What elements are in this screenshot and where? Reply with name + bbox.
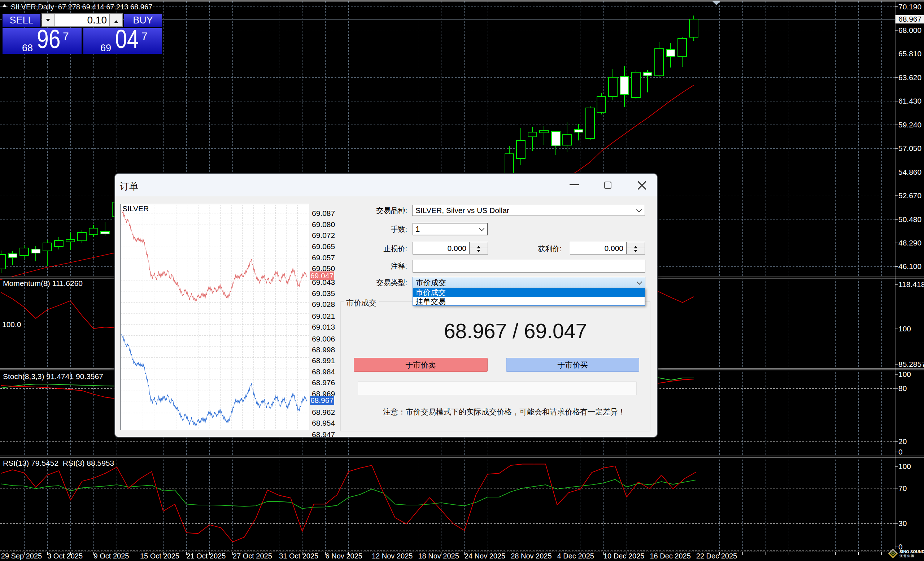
svg-text:61.430: 61.430	[898, 97, 921, 105]
svg-text:24 Nov 2025: 24 Nov 2025	[465, 552, 506, 560]
svg-text:漢 聲 集 團: 漢 聲 集 團	[900, 554, 914, 558]
svg-text:100.0: 100.0	[2, 320, 21, 328]
svg-text:59.240: 59.240	[898, 121, 921, 129]
svg-text:57.050: 57.050	[898, 144, 921, 152]
svg-text:54.860: 54.860	[898, 168, 921, 176]
svg-text:100: 100	[898, 462, 911, 470]
svg-text:20: 20	[898, 437, 907, 446]
svg-text:63.620: 63.620	[898, 73, 921, 82]
svg-text:118.4183: 118.4183	[898, 280, 924, 288]
svg-text:Stoch(8,3,3) 91.4741 90.3567: Stoch(8,3,3) 91.4741 90.3567	[3, 372, 103, 381]
svg-text:SILVER: SILVER	[122, 204, 149, 213]
svg-text:46.100: 46.100	[898, 262, 921, 270]
svg-text:52.670: 52.670	[898, 191, 921, 200]
svg-text:29 Sep 2025: 29 Sep 2025	[1, 552, 42, 560]
svg-text:65.810: 65.810	[898, 50, 921, 58]
svg-text:4 Dec 2025: 4 Dec 2025	[557, 552, 594, 560]
svg-text:21 Oct 2025: 21 Oct 2025	[186, 552, 226, 560]
svg-text:16 Dec 2025: 16 Dec 2025	[650, 552, 690, 560]
svg-text:80: 80	[898, 384, 907, 392]
svg-text:SILVER,Daily 67.278 69.414 67: SILVER,Daily 67.278 69.414 67.213 68.967	[11, 3, 152, 11]
svg-text:Momentum(8) 111.6260: Momentum(8) 111.6260	[3, 279, 82, 287]
svg-text:12 Nov 2025: 12 Nov 2025	[372, 552, 412, 560]
svg-text:68.000: 68.000	[898, 26, 921, 34]
svg-text:0: 0	[898, 448, 903, 456]
svg-text:85.2857: 85.2857	[898, 360, 924, 368]
svg-text:100: 100	[898, 324, 911, 333]
svg-text:70: 70	[898, 484, 907, 492]
svg-text:50.480: 50.480	[898, 215, 921, 224]
svg-text:18 Nov 2025: 18 Nov 2025	[418, 552, 459, 560]
svg-text:28 Nov 2025: 28 Nov 2025	[511, 552, 552, 560]
svg-text:27 Oct 2025: 27 Oct 2025	[233, 552, 272, 560]
svg-text:30: 30	[898, 519, 907, 527]
svg-text:100: 100	[898, 370, 911, 378]
svg-text:6 Nov 2025: 6 Nov 2025	[326, 552, 362, 560]
svg-text:3 Oct 2025: 3 Oct 2025	[47, 552, 82, 560]
svg-text:15 Oct 2025: 15 Oct 2025	[140, 552, 179, 560]
svg-text:70.190: 70.190	[898, 3, 921, 11]
svg-text:RSI(13) 79.5452 RSI(3) 88.595: RSI(13) 79.5452 RSI(3) 88.5953	[3, 459, 114, 467]
svg-text:48.290: 48.290	[898, 238, 921, 247]
svg-text:22 Dec 2025: 22 Dec 2025	[696, 552, 737, 560]
svg-text:9 Oct 2025: 9 Oct 2025	[94, 552, 129, 560]
svg-text:68.967: 68.967	[898, 15, 921, 23]
svg-text:31 Oct 2025: 31 Oct 2025	[279, 552, 318, 560]
svg-text:10 Dec 2025: 10 Dec 2025	[603, 552, 644, 560]
svg-text:SINO SOUND: SINO SOUND	[900, 549, 924, 554]
